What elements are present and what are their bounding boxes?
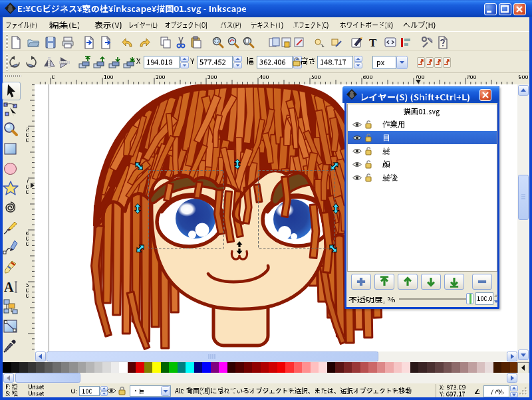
svg-text:T: T [369, 37, 377, 49]
svg-text:A: A [4, 280, 14, 294]
